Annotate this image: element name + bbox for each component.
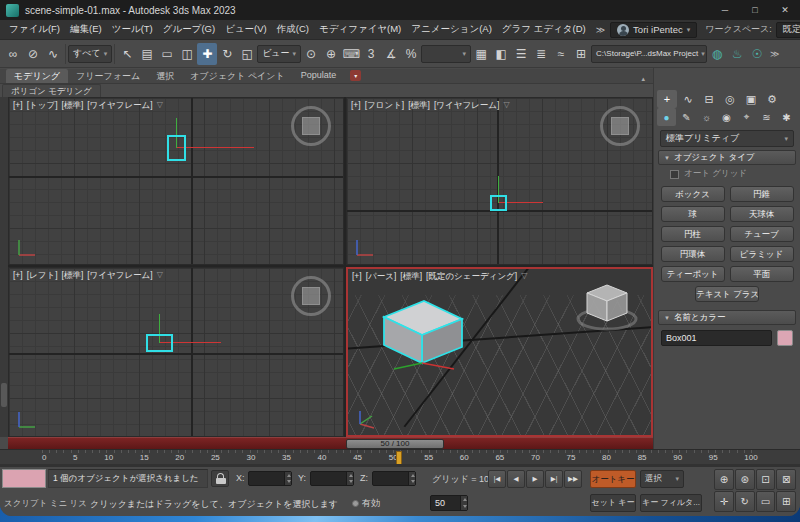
select-and-manipulate-icon[interactable]: ⊕ [321,43,341,65]
object-type-button[interactable]: ピラミッド [730,246,794,262]
ruler-tick[interactable]: 0 [42,453,46,462]
zoom-all-button[interactable]: ⊛ [735,469,755,490]
hierarchy-tab-icon[interactable]: ⊟ [699,90,719,108]
menu-item[interactable]: ツール(T) [107,23,158,36]
ruler-tick[interactable]: 55 [424,453,433,462]
go-to-start-button[interactable]: |◀ [488,470,506,488]
shapes-category-icon[interactable]: ✎ [677,108,696,126]
ruler-tick[interactable]: 60 [460,453,469,462]
object-type-button[interactable]: テキスト プラス [695,286,759,302]
viewport-pov-label[interactable]: [トップ] [27,100,58,112]
spinner-icon[interactable] [460,496,467,510]
minimize-button[interactable]: ─ [710,0,740,20]
ruler-tick[interactable]: 25 [211,453,220,462]
menu-overflow-icon[interactable]: ≫ [591,25,610,35]
selection-lock-icon[interactable] [211,470,229,487]
display-tab-icon[interactable]: ▣ [741,90,761,108]
auto-key-button[interactable]: オートキー [590,470,636,488]
select-by-name-icon[interactable]: ▤ [137,43,157,65]
go-to-end-button[interactable]: ▶▶ [564,470,582,488]
select-and-scale-icon[interactable]: ◱ [237,43,257,65]
viewport-per-label[interactable]: [標準] [400,271,422,283]
systems-category-icon[interactable]: ✱ [777,108,796,126]
ruler-tick[interactable]: 5 [73,453,77,462]
maxscript-macro-recorder-field[interactable] [2,469,46,488]
viewport-menu-plus[interactable]: [+] [351,100,361,112]
viewcube[interactable] [600,106,640,146]
current-frame-field[interactable]: 50 [430,495,468,511]
select-object-icon[interactable]: ↖ [117,43,137,65]
helpers-category-icon[interactable]: ⌖ [737,108,756,126]
reference-coordinate-dropdown[interactable]: ビュー ▾ [257,45,301,63]
viewport-menu-plus[interactable]: [+] [352,271,362,283]
z-coord-field[interactable] [372,471,416,486]
select-and-move-icon[interactable]: ✚ [197,43,217,65]
material-editor-icon[interactable]: ◍ [707,43,727,65]
zoom-extents-button[interactable]: ⊡ [756,469,776,490]
edit-named-selection-sets-icon[interactable]: ▦ [471,43,491,65]
viewport-top[interactable]: [+] [トップ] [標準] [ワイヤフレーム] ▽ [8,97,344,265]
curve-editor-icon[interactable]: ≈ [551,43,571,65]
select-and-link-icon[interactable]: ∞ [3,43,23,65]
viewcube[interactable] [571,273,643,333]
track-bar[interactable]: 0510152025303540455055606570758085909510… [0,449,800,467]
schematic-view-icon[interactable]: ⊞ [571,43,591,65]
maxscript-mini-listener-label[interactable]: スクリプト ミニ リス [4,498,87,510]
viewport-shading-label[interactable]: [ワイヤフレーム] [434,100,499,112]
ruler-tick[interactable]: 85 [638,453,647,462]
project-folder-field[interactable]: C:\Storage\P...dsMax Project ▾ [591,45,707,63]
geometry-category-icon[interactable]: ● [657,108,676,126]
toolbar-overflow-icon[interactable]: ≫ [767,49,782,59]
viewport-perspective-active[interactable]: [+] [パース] [標準] [既定のシェーディング] ▽ [346,267,653,437]
object-type-rollout-header[interactable]: ▼ オブジェクト タイプ [658,150,796,165]
viewport-left[interactable]: [+] [レフト] [標準] [ワイヤフレーム] ▽ [8,267,344,437]
object-type-button[interactable]: 円錐 [730,186,794,202]
ribbon-minimize-icon[interactable]: ▴ [641,75,645,83]
viewport-shading-label[interactable]: [ワイヤフレーム] [87,100,152,112]
render-setup-icon[interactable]: ♨ [727,43,747,65]
toggle-layer-explorer-icon[interactable]: ≣ [531,43,551,65]
ruler-tick[interactable]: 30 [246,453,255,462]
close-button[interactable]: ✕ [770,0,800,20]
object-color-swatch[interactable] [777,330,793,346]
menu-item[interactable]: グラフ エディタ(D) [497,23,591,36]
viewport-shading-label[interactable]: [既定のシェーディング] [426,271,517,283]
ribbon-tab[interactable]: モデリング [6,69,68,83]
ruler-tick[interactable]: 100 [744,453,757,462]
box001-object[interactable] [490,195,507,211]
viewcube[interactable] [291,276,331,316]
unlink-selection-icon[interactable]: ⊘ [23,43,43,65]
move-gizmo-x-axis[interactable] [176,147,254,148]
play-button[interactable]: ▶ [526,470,544,488]
viewport-shading-label[interactable]: [ワイヤフレーム] [87,270,152,282]
modify-tab-icon[interactable]: ∿ [678,90,698,108]
spinner-icon[interactable] [346,472,353,485]
mirror-icon[interactable]: ◧ [491,43,511,65]
maximize-button[interactable]: □ [740,0,770,20]
viewport-filter-icon[interactable]: ▽ [503,100,509,112]
object-type-button[interactable]: チューブ [730,226,794,242]
object-type-button[interactable]: ティーポット [661,266,725,282]
viewcube[interactable] [291,106,331,146]
ruler-tick[interactable]: 95 [709,453,718,462]
menu-item[interactable]: 作成(C) [272,23,314,36]
menu-item[interactable]: アニメーション(A) [406,23,497,36]
menu-item[interactable]: グループ(G) [158,23,220,36]
render-production-icon[interactable]: ☉ [747,43,767,65]
viewport-menu-plus[interactable]: [+] [13,100,23,112]
ribbon-config-icon[interactable]: ▾ [350,70,361,81]
utilities-tab-icon[interactable]: ⚙ [762,90,782,108]
window-crossing-toggle-icon[interactable]: ◫ [177,43,197,65]
object-name-field[interactable]: Box001 [661,330,772,346]
selection-filter-dropdown[interactable]: すべて ▾ [68,45,112,63]
maximize-viewport-toggle-button[interactable]: ⊞ [776,491,796,512]
ruler-tick[interactable]: 90 [673,453,682,462]
zoom-extents-all-button[interactable]: ⊠ [776,469,796,490]
key-filters-button[interactable]: キー フィルタ... [640,494,702,512]
strip-scroll-thumb[interactable] [1,383,7,407]
viewport-filter-icon[interactable]: ▽ [157,100,163,112]
viewport-front[interactable]: [+] [フロント] [標準] [ワイヤフレーム] ▽ [346,97,653,265]
ruler-tick[interactable]: 75 [567,453,576,462]
orbit-button[interactable]: ↻ [735,491,755,512]
percent-snap-icon[interactable]: % [401,43,421,65]
